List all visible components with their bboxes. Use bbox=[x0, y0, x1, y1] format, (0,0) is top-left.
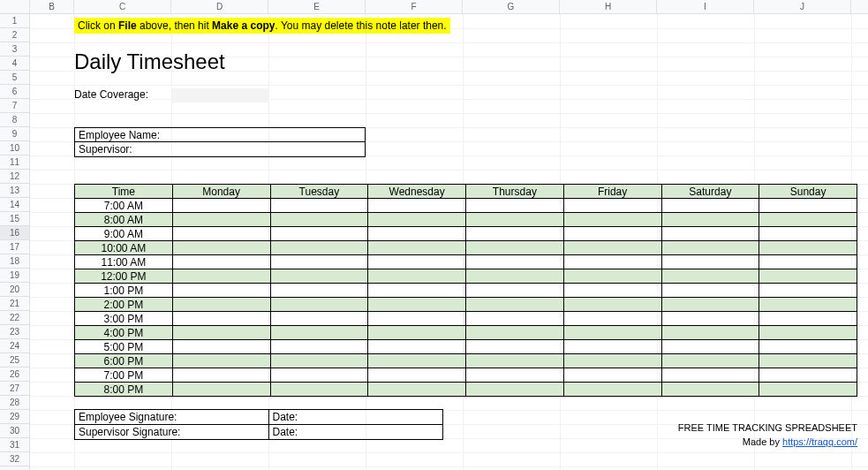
time-cell[interactable]: 8:00 PM bbox=[75, 383, 173, 397]
timesheet-cell[interactable] bbox=[368, 312, 466, 326]
time-cell[interactable]: 11:00 AM bbox=[75, 255, 173, 269]
row-header[interactable]: 32 bbox=[0, 452, 29, 466]
timesheet-cell[interactable] bbox=[270, 354, 368, 368]
timesheet-cell[interactable] bbox=[661, 227, 759, 241]
day-header[interactable]: Saturday bbox=[661, 185, 759, 199]
timesheet-cell[interactable] bbox=[661, 269, 759, 284]
footer-link[interactable]: https://traqq.com/ bbox=[782, 436, 857, 447]
time-cell[interactable]: 8:00 AM bbox=[75, 213, 173, 227]
col-header[interactable]: I bbox=[657, 0, 754, 14]
timesheet-cell[interactable] bbox=[172, 227, 270, 241]
timesheet-cell[interactable] bbox=[466, 326, 564, 340]
timesheet-cell[interactable] bbox=[270, 241, 368, 255]
row-header[interactable]: 8 bbox=[0, 113, 29, 127]
row-header[interactable]: 21 bbox=[0, 297, 29, 311]
timesheet-cell[interactable] bbox=[270, 326, 368, 340]
timesheet-cell[interactable] bbox=[466, 354, 564, 368]
timesheet-cell[interactable] bbox=[172, 284, 270, 298]
row-header[interactable]: 23 bbox=[0, 325, 29, 339]
timesheet-cell[interactable] bbox=[368, 213, 466, 227]
row-header[interactable]: 4 bbox=[0, 57, 29, 71]
timesheet-cell[interactable] bbox=[759, 255, 857, 269]
timesheet-cell[interactable] bbox=[172, 241, 270, 255]
day-header[interactable]: Friday bbox=[563, 185, 661, 199]
timesheet-cell[interactable] bbox=[368, 383, 466, 397]
timesheet-cell[interactable] bbox=[368, 284, 466, 298]
timesheet-cell[interactable] bbox=[466, 298, 564, 312]
col-header[interactable]: E bbox=[268, 0, 366, 14]
timesheet-cell[interactable] bbox=[563, 227, 661, 241]
timesheet-cell[interactable] bbox=[759, 354, 857, 368]
timesheet-cell[interactable] bbox=[172, 383, 270, 397]
row-header[interactable]: 26 bbox=[0, 368, 29, 382]
timesheet-cell[interactable] bbox=[563, 340, 661, 354]
timesheet-cell[interactable] bbox=[661, 354, 759, 368]
row-header[interactable]: 28 bbox=[0, 396, 29, 410]
supervisor-signature-date[interactable]: Date: bbox=[268, 425, 443, 440]
row-header[interactable]: 30 bbox=[0, 424, 29, 438]
time-cell[interactable]: 4:00 PM bbox=[75, 326, 173, 340]
date-coverage-input[interactable] bbox=[172, 88, 269, 102]
time-header[interactable]: Time bbox=[75, 185, 173, 199]
supervisor-signature-label[interactable]: Supervisor Signature: bbox=[75, 425, 269, 440]
row-header[interactable]: 25 bbox=[0, 353, 29, 368]
timesheet-cell[interactable] bbox=[466, 227, 564, 241]
col-header[interactable]: C bbox=[74, 0, 171, 14]
timesheet-cell[interactable] bbox=[661, 298, 759, 312]
timesheet-cell[interactable] bbox=[466, 368, 564, 383]
timesheet-cell[interactable] bbox=[172, 312, 270, 326]
timesheet-cell[interactable] bbox=[270, 255, 368, 269]
col-header[interactable]: J bbox=[754, 0, 851, 14]
timesheet-cell[interactable] bbox=[270, 298, 368, 312]
row-header[interactable]: 1 bbox=[0, 14, 29, 28]
timesheet-cell[interactable] bbox=[759, 284, 857, 298]
timesheet-cell[interactable] bbox=[661, 213, 759, 227]
row-header[interactable]: 27 bbox=[0, 382, 29, 396]
supervisor-row[interactable]: Supervisor: bbox=[75, 142, 365, 156]
time-cell[interactable]: 2:00 PM bbox=[75, 298, 173, 312]
timesheet-cell[interactable] bbox=[759, 368, 857, 383]
time-cell[interactable]: 1:00 PM bbox=[75, 284, 173, 298]
timesheet-cell[interactable] bbox=[368, 354, 466, 368]
timesheet-cell[interactable] bbox=[563, 213, 661, 227]
timesheet-cell[interactable] bbox=[172, 340, 270, 354]
employee-signature-date[interactable]: Date: bbox=[268, 410, 443, 425]
timesheet-cell[interactable] bbox=[563, 199, 661, 213]
timesheet-cell[interactable] bbox=[563, 326, 661, 340]
timesheet-cell[interactable] bbox=[270, 269, 368, 284]
timesheet-cell[interactable] bbox=[466, 255, 564, 269]
timesheet-cell[interactable] bbox=[466, 199, 564, 213]
timesheet-cell[interactable] bbox=[466, 312, 564, 326]
timesheet-cell[interactable] bbox=[368, 241, 466, 255]
timesheet-cell[interactable] bbox=[172, 354, 270, 368]
timesheet-cell[interactable] bbox=[466, 269, 564, 284]
timesheet-cell[interactable] bbox=[466, 383, 564, 397]
timesheet-cell[interactable] bbox=[759, 241, 857, 255]
row-header[interactable]: 22 bbox=[0, 311, 29, 325]
timesheet-cell[interactable] bbox=[270, 284, 368, 298]
time-cell[interactable]: 12:00 PM bbox=[75, 269, 173, 284]
row-header[interactable]: 10 bbox=[0, 141, 29, 155]
timesheet-cell[interactable] bbox=[563, 368, 661, 383]
timesheet-cell[interactable] bbox=[172, 213, 270, 227]
timesheet-cell[interactable] bbox=[466, 241, 564, 255]
timesheet-cell[interactable] bbox=[368, 368, 466, 383]
day-header[interactable]: Thursday bbox=[466, 185, 564, 199]
timesheet-cell[interactable] bbox=[563, 269, 661, 284]
timesheet-cell[interactable] bbox=[563, 383, 661, 397]
timesheet-cell[interactable] bbox=[270, 213, 368, 227]
row-header[interactable]: 13 bbox=[0, 184, 29, 198]
time-cell[interactable]: 9:00 AM bbox=[75, 227, 173, 241]
row-header[interactable]: 15 bbox=[0, 212, 29, 226]
col-header[interactable]: H bbox=[560, 0, 657, 14]
timesheet-cell[interactable] bbox=[759, 340, 857, 354]
timesheet-cell[interactable] bbox=[563, 354, 661, 368]
timesheet-cell[interactable] bbox=[661, 368, 759, 383]
col-header[interactable]: B bbox=[30, 0, 74, 14]
timesheet-cell[interactable] bbox=[759, 199, 857, 213]
timesheet-cell[interactable] bbox=[661, 241, 759, 255]
col-header[interactable]: G bbox=[463, 0, 560, 14]
timesheet-cell[interactable] bbox=[270, 340, 368, 354]
row-header[interactable]: 24 bbox=[0, 339, 29, 353]
timesheet-cell[interactable] bbox=[563, 255, 661, 269]
